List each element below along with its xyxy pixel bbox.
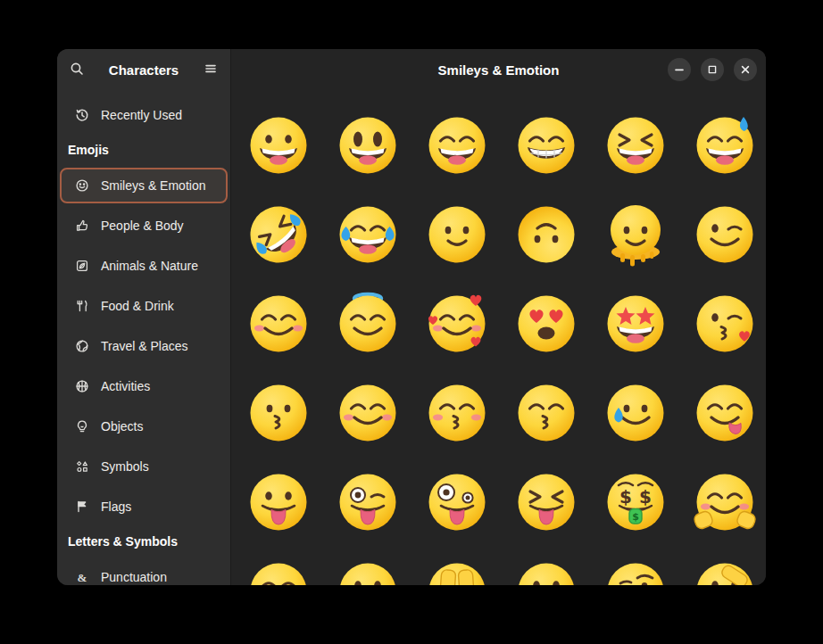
emoji-smiling-face-with-open-hands[interactable] [693, 470, 757, 534]
emoji-money-mouth-face[interactable]: $$$ [603, 470, 668, 534]
emoji-smiling-face-with-smiling-eyes[interactable] [246, 292, 311, 356]
window-controls [668, 58, 757, 81]
flag-icon [75, 500, 89, 514]
emoji-smiling-face-with-heart-eyes[interactable] [514, 292, 578, 356]
sidebar-item-label: Flags [101, 500, 131, 514]
emoji-face-savoring-food[interactable] [693, 381, 757, 445]
emoji-slightly-smiling-face[interactable] [425, 202, 489, 267]
sidebar-section-emojis: Emojis [60, 137, 228, 162]
svg-text:&: & [78, 571, 87, 584]
search-icon [70, 62, 84, 78]
sidebar-item-label: Objects [101, 419, 143, 433]
sidebar-item-animals-nature[interactable]: Animals & Nature [60, 248, 228, 284]
sidebar-item-people-body[interactable]: People & Body [60, 208, 228, 244]
close-icon [739, 63, 752, 76]
sidebar-item-recently-used[interactable]: Recently Used [60, 97, 228, 133]
sidebar: Characters Recently UsedEmojisSmileys & … [57, 49, 231, 585]
thumbs-up-icon [75, 219, 89, 233]
sidebar-header: Characters [57, 49, 230, 90]
app-title: Characters [109, 62, 179, 78]
emoji-grinning-face[interactable] [246, 113, 311, 178]
fork-knife-icon [75, 299, 89, 313]
sidebar-item-label: Animals & Nature [101, 259, 198, 273]
svg-text:$: $ [639, 486, 652, 508]
svg-text:$: $ [632, 511, 639, 523]
minimize-icon [673, 63, 686, 76]
hamburger-menu-icon [204, 62, 218, 78]
sidebar-category-list: Recently UsedEmojisSmileys & EmotionPeop… [57, 90, 230, 585]
close-button[interactable] [734, 58, 757, 81]
content-pane: Smileys & Emotion $$$ [231, 49, 766, 585]
globe-icon [75, 339, 89, 353]
sidebar-item-label: Travel & Places [101, 339, 188, 353]
maximize-icon [706, 63, 719, 76]
characters-window: Characters Recently UsedEmojisSmileys & … [57, 49, 766, 585]
emoji-face-with-hand-over-mouth[interactable] [246, 559, 311, 585]
emoji-beaming-face-with-smiling-eyes[interactable] [514, 113, 578, 178]
emoji-face-with-peeking-eye[interactable] [425, 559, 489, 585]
sidebar-item-objects[interactable]: Objects [60, 409, 228, 444]
emoji-smiling-face[interactable] [336, 381, 400, 445]
sidebar-item-label: People & Body [101, 219, 184, 233]
search-button[interactable] [64, 57, 89, 82]
sidebar-item-symbols[interactable]: Symbols [60, 449, 228, 484]
emoji-saluting-face[interactable] [693, 559, 757, 585]
emoji-squinting-face-with-tongue[interactable] [514, 470, 578, 534]
smiley-icon [75, 178, 89, 193]
sidebar-item-label: Recently Used [101, 108, 182, 122]
emoji-smiling-face-with-hearts[interactable] [425, 292, 489, 356]
sidebar-item-label: Symbols [101, 459, 149, 474]
main-menu-button[interactable] [198, 57, 223, 82]
emoji-zany-face[interactable] [425, 470, 489, 534]
emoji-grinning-face-with-sweat[interactable] [693, 113, 757, 178]
sidebar-item-label: Smileys & Emotion [101, 178, 205, 193]
sidebar-item-label: Activities [101, 379, 150, 393]
emoji-grinning-face-with-smiling-eyes[interactable] [425, 113, 489, 178]
clock-icon [75, 108, 89, 122]
emoji-face-with-open-eyes-and-hand-over-mouth[interactable] [336, 559, 400, 585]
emoji-shushing-face[interactable] [514, 559, 578, 585]
emoji-kissing-face-with-closed-eyes[interactable] [425, 381, 489, 445]
sidebar-section-letters-symbols: Letters & Symbols [60, 529, 228, 554]
emoji-grid: $$$ [231, 90, 766, 585]
emoji-star-struck[interactable] [603, 292, 668, 356]
emoji-face-with-tongue[interactable] [246, 470, 311, 534]
sidebar-item-food-drink[interactable]: Food & Drink [60, 288, 228, 324]
emoji-smiling-face-with-halo[interactable] [336, 292, 400, 356]
ampersand-icon: & [75, 570, 89, 584]
emoji-face-with-tears-of-joy[interactable] [336, 202, 400, 267]
emoji-face-blowing-a-kiss[interactable] [693, 292, 757, 356]
sidebar-item-travel-places[interactable]: Travel & Places [60, 328, 228, 364]
lightbulb-icon [75, 419, 89, 433]
maximize-button[interactable] [701, 58, 724, 81]
headerbar: Smileys & Emotion [231, 49, 766, 90]
basketball-icon [75, 379, 89, 393]
sidebar-item-flags[interactable]: Flags [60, 489, 228, 524]
emoji-winking-face[interactable] [693, 202, 757, 267]
emoji-rolling-on-the-floor-laughing[interactable] [246, 202, 311, 267]
sidebar-item-label: Food & Drink [101, 299, 174, 313]
sidebar-item-activities[interactable]: Activities [60, 368, 228, 404]
emoji-kissing-face-with-smiling-eyes[interactable] [514, 381, 578, 445]
emoji-winking-face-with-tongue[interactable] [336, 470, 400, 534]
sidebar-item-label: Punctuation [101, 570, 167, 584]
sidebar-item-smileys-emotion[interactable]: Smileys & Emotion [60, 168, 228, 203]
emoji-upside-down-face[interactable] [514, 202, 578, 267]
minimize-button[interactable] [668, 58, 691, 81]
emoji-kissing-face[interactable] [246, 381, 311, 445]
emoji-smiling-face-with-tear[interactable] [603, 381, 668, 445]
emoji-grinning-face-with-big-eyes[interactable] [336, 113, 400, 178]
svg-text:$: $ [619, 486, 632, 508]
emoji-melting-face[interactable] [603, 202, 668, 267]
emoji-grinning-squinting-face[interactable] [603, 113, 668, 178]
leaf-icon [75, 259, 89, 273]
shapes-icon [75, 459, 89, 474]
sidebar-item-punctuation[interactable]: &Punctuation [60, 559, 228, 585]
emoji-thinking-face[interactable] [603, 559, 668, 585]
